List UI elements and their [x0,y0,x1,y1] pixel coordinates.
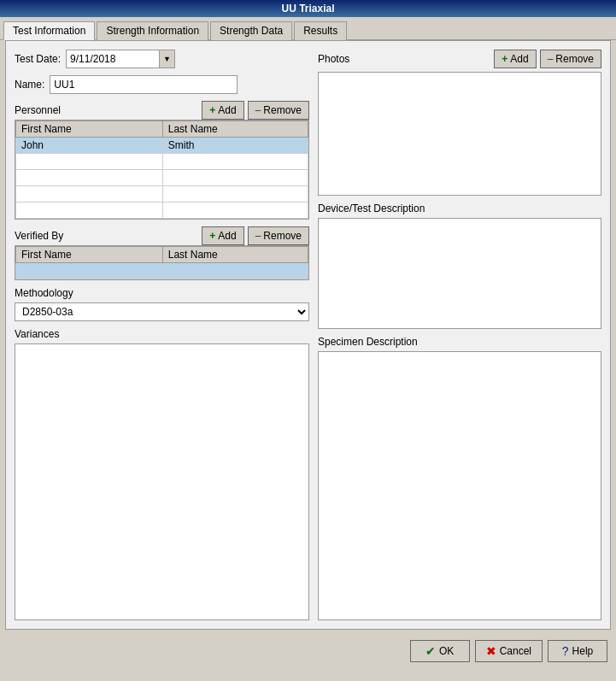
specimen-textarea[interactable] [318,351,601,620]
specimen-label: Specimen Description [318,336,601,348]
name-label: Name: [15,79,44,91]
methodology-label: Methodology [15,287,309,299]
verified-label: Verified By [15,230,63,242]
personnel-table-head: First Name Last Name [16,121,308,138]
personnel-header: Personnel + Add – Remove [15,101,309,120]
ok-icon: ✔ [425,644,436,658]
test-date-wrapper: ▼ [66,50,175,68]
bottom-bar: ✔ OK ✖ Cancel ? Help [0,635,616,667]
name-row: Name: [15,75,309,94]
personnel-btn-group: + Add – Remove [202,101,309,120]
device-section: Device/Test Description [318,203,601,329]
form-layout: Test Date: ▼ Name: Personnel + [15,50,601,620]
test-date-row: Test Date: ▼ [15,50,309,68]
verified-firstname-cell [16,263,163,279]
plus-icon-personnel: + [209,104,215,116]
left-panel: Test Date: ▼ Name: Personnel + [15,50,309,620]
test-date-label: Test Date: [15,53,61,65]
ok-button[interactable]: ✔ OK [410,640,470,662]
main-content: Test Date: ▼ Name: Personnel + [5,40,611,630]
tab-test-information[interactable]: Test Information [3,21,95,40]
variances-section: Variances [15,328,309,620]
verified-header-row: First Name Last Name [16,247,308,263]
device-textarea[interactable] [318,218,601,329]
table-row [16,186,308,203]
minus-icon-personnel: – [255,104,261,116]
verified-col-lastname: Last Name [162,247,308,263]
verified-section: Verified By + Add – Remove [15,226,309,280]
photos-section: Photos + Add – Remove [318,50,601,196]
photos-remove-btn[interactable]: – Remove [540,50,601,68]
tab-results[interactable]: Results [294,21,347,40]
verified-table-body [16,263,308,279]
personnel-firstname-cell: John [16,138,163,154]
photos-header: Photos + Add – Remove [318,50,601,68]
cancel-button[interactable]: ✖ Cancel [475,640,543,662]
verified-remove-btn[interactable]: – Remove [248,226,309,245]
personnel-label: Personnel [15,104,61,116]
verified-table: First Name Last Name [15,246,308,279]
window-title: UU Triaxial [281,3,334,15]
personnel-lastname-cell: Smith [162,138,308,154]
minus-icon-verified: – [255,230,261,242]
ok-label: OK [439,645,454,657]
personnel-header-row: First Name Last Name [16,121,308,138]
personnel-col-lastname: Last Name [162,121,308,138]
verified-table-wrapper: First Name Last Name [15,245,309,280]
plus-icon-photos: + [502,53,507,65]
personnel-col-firstname: First Name [16,121,163,138]
table-row [16,170,308,186]
cancel-label: Cancel [500,645,531,657]
name-input[interactable] [50,75,238,94]
verified-header: Verified By + Add – Remove [15,226,309,245]
table-row [16,203,308,219]
help-icon: ? [562,644,569,658]
personnel-add-btn[interactable]: + Add [202,101,243,120]
help-button[interactable]: ? Help [548,640,607,662]
help-label: Help [572,645,594,657]
title-bar: UU Triaxial [0,0,616,17]
test-date-dropdown-btn[interactable]: ▼ [160,50,175,68]
personnel-section: Personnel + Add – Remove [15,101,309,220]
personnel-table: First Name Last Name John Smith [15,120,308,219]
photos-label: Photos [318,53,349,65]
specimen-section: Specimen Description [318,336,601,620]
variances-textarea[interactable] [15,343,309,620]
minus-icon-photos: – [548,53,554,65]
verified-table-head: First Name Last Name [16,247,308,263]
device-label: Device/Test Description [318,203,601,214]
methodology-section: Methodology D2850-03a [15,287,309,321]
personnel-table-wrapper: First Name Last Name John Smith [15,120,309,220]
photos-btn-group: + Add – Remove [494,50,601,68]
personnel-remove-btn[interactable]: – Remove [248,101,309,120]
personnel-table-body: John Smith [16,138,308,219]
variances-label: Variances [15,328,309,340]
verified-btn-group: + Add – Remove [202,226,309,245]
table-row[interactable] [16,263,308,279]
verified-col-firstname: First Name [16,247,163,263]
cancel-icon: ✖ [486,644,496,658]
tab-bar: Test Information Strength Information St… [0,17,616,40]
table-row [16,154,308,170]
methodology-select[interactable]: D2850-03a [15,302,309,321]
test-date-input[interactable] [66,50,160,68]
verified-add-btn[interactable]: + Add [202,226,243,245]
verified-lastname-cell [162,263,308,279]
tab-strength-data[interactable]: Strength Data [210,21,292,40]
plus-icon-verified: + [209,230,215,242]
photos-add-btn[interactable]: + Add [494,50,536,68]
tab-strength-information[interactable]: Strength Information [97,21,208,40]
table-row[interactable]: John Smith [16,138,308,154]
right-panel: Photos + Add – Remove [318,50,601,620]
photos-area [318,72,601,196]
